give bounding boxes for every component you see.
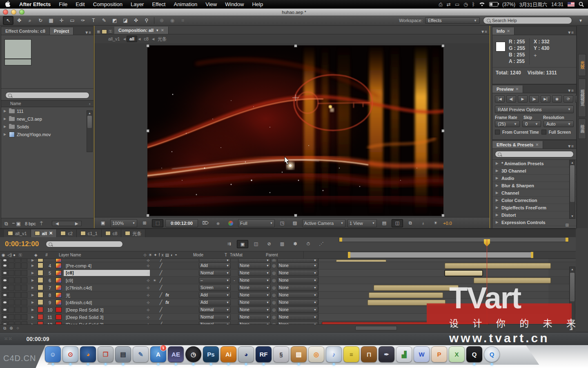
trkmat-dropdown[interactable]: None▼ <box>238 285 271 291</box>
scroll-right-icon[interactable]: ▶ <box>75 221 78 226</box>
timeline-tab[interactable]: 光条 <box>121 229 145 237</box>
dock-icon-quicktime-broadcaster[interactable]: ▤ <box>114 346 132 365</box>
collapse-switch[interactable]: ⊹ <box>147 286 150 290</box>
effects-category[interactable]: ▶ 3D Channel <box>492 167 576 175</box>
menu-animation[interactable]: Animation <box>169 1 201 7</box>
collapse-switch[interactable]: ⊹ <box>147 264 150 268</box>
layer-duration-track[interactable] <box>318 292 548 298</box>
pickwhip-icon[interactable]: ◎ <box>271 285 277 290</box>
twirl-icon[interactable]: ▶ <box>496 198 499 202</box>
project-item[interactable]: ▶ new_C3.aep <box>1 115 94 123</box>
solo-toggle[interactable] <box>15 299 21 305</box>
lock-toggle[interactable] <box>21 259 27 262</box>
video-toggle[interactable] <box>2 292 8 298</box>
project-name-column[interactable]: Name <box>1 101 21 106</box>
horizontal-zoom-scrollbar[interactable] <box>355 326 397 330</box>
previous-frame-button[interactable]: ◀| <box>506 95 516 103</box>
current-time-display[interactable]: 0:00:12:00 <box>5 240 39 248</box>
dock-icon-illustrator[interactable]: Ai <box>220 346 237 365</box>
layer-handle[interactable] <box>294 214 297 217</box>
breadcrumb-item[interactable]: 光条 <box>155 35 169 43</box>
layer-row[interactable]: ▶ 6 [c9] ⊹ ☀ ╱ fx –▼ <box>0 277 576 284</box>
lock-toggle[interactable] <box>21 263 27 269</box>
dock-icon-excel[interactable]: X <box>448 346 466 365</box>
quality-switch[interactable]: ╱ <box>160 307 163 312</box>
parent-dropdown[interactable]: None▼ <box>277 314 318 320</box>
project-item-name[interactable]: ZhongYlogo.mov <box>17 132 51 137</box>
layer-duration-track[interactable] <box>318 314 548 321</box>
tab-info[interactable]: Info✕ <box>492 27 514 35</box>
pin-tool[interactable]: ⚲ <box>142 16 151 25</box>
video-toggle[interactable] <box>2 321 8 324</box>
trkmat-dropdown[interactable]: None▼ <box>238 321 271 324</box>
solo-toggle[interactable] <box>15 263 21 269</box>
import-footage-icon[interactable]: ⧉ <box>4 221 8 227</box>
layer-duration-track[interactable] <box>318 299 548 306</box>
effects-category[interactable]: ▶ Channel <box>492 189 576 197</box>
dock-icon-after-effects[interactable]: AE <box>167 346 185 365</box>
work-area-end-handle[interactable] <box>531 252 533 258</box>
mode-dropdown[interactable]: Normal▼ <box>199 314 231 320</box>
breadcrumb-item[interactable]: all_v1 <box>106 36 122 42</box>
layer-duration-bar[interactable] <box>368 300 445 305</box>
mode-dropdown[interactable]: Add▼ <box>199 299 231 305</box>
brush-tool[interactable]: ✎ <box>99 16 109 25</box>
trash-icon[interactable]: ⍑ <box>40 221 43 227</box>
frame-rate-dropdown[interactable]: (25)▼ <box>495 121 520 127</box>
twirl-icon[interactable]: ▶ <box>4 117 7 121</box>
layer-duration-track[interactable] <box>318 262 548 269</box>
parent-dropdown[interactable]: None▼ <box>277 299 318 305</box>
pickwhip-icon[interactable]: ◎ <box>271 293 277 297</box>
pickwhip-icon[interactable]: ◎ <box>271 315 277 319</box>
quality-switch[interactable]: ╱ <box>160 322 163 324</box>
effects-scrollbar[interactable]: ▲▼ <box>569 160 575 219</box>
label-color-chip[interactable] <box>38 277 43 283</box>
layer-row[interactable]: ▶ 10 [Deep Red Solid 3] ⊹ ☀ ╱ fx <box>0 306 576 314</box>
layer-name[interactable]: [c9] <box>64 278 150 283</box>
work-area-bar[interactable] <box>350 252 532 258</box>
play-button[interactable]: ▶ <box>518 95 528 103</box>
hand-tool[interactable]: ✥ <box>14 16 24 25</box>
layer-switches[interactable]: ⊹ ☀ ╱ fx <box>144 314 199 320</box>
video-toggle[interactable] <box>2 285 8 291</box>
audio-toggle[interactable] <box>8 307 14 313</box>
window-title-bar[interactable]: huhao.aep * <box>0 9 588 16</box>
panel-menu-icon[interactable]: ▼≡ <box>565 30 576 35</box>
tab-effects-presets[interactable]: Effects & Presets✕ <box>492 141 543 148</box>
cs4-workspace-icon[interactable]: ▾ <box>576 16 586 25</box>
parent-dropdown[interactable]: None▼ <box>277 307 318 313</box>
layer-name-column[interactable]: Layer Name <box>51 253 141 257</box>
display-icon[interactable]: ▭ <box>455 2 459 7</box>
trkmat-dropdown[interactable]: None▼ <box>238 263 271 269</box>
menu-composition[interactable]: Composition <box>89 1 127 7</box>
dock-icon-keynote[interactable]: ⊓ <box>360 346 378 365</box>
audio-button[interactable]: ◉ <box>552 95 562 103</box>
view-layout-dropdown[interactable]: 1 View▼ <box>347 219 377 227</box>
dock-icon-powerpoint[interactable]: P <box>430 346 448 365</box>
composition-mini-flowchart-icon[interactable]: ⇉ <box>224 240 234 247</box>
video-toggle[interactable] <box>2 307 8 313</box>
close-tab-icon[interactable]: ✕ <box>161 28 164 32</box>
lock-toggle[interactable] <box>21 270 27 276</box>
project-item[interactable]: ▶ ZhongYlogo.mov <box>1 130 94 138</box>
dock-icon-orange-disc-app[interactable]: ◎ <box>307 346 325 365</box>
layer-handle[interactable] <box>146 44 149 47</box>
sync-icon[interactable]: ⇄ <box>447 2 451 7</box>
label-column-icon[interactable]: ◈ <box>34 253 42 257</box>
label-color-chip[interactable] <box>38 270 43 276</box>
quality-switch[interactable]: ╱ <box>160 270 163 276</box>
frame-blend-toggle-icon[interactable]: ⧉ <box>3 326 6 331</box>
label-color-chip[interactable] <box>38 321 43 325</box>
preview-favor-icon[interactable]: ◫ <box>392 219 403 227</box>
flowchart-icon[interactable]: ♁ <box>88 102 94 106</box>
audio-toggle[interactable] <box>8 259 14 262</box>
layer-switches[interactable]: ⊹ ☀ ╱ fx <box>144 270 199 276</box>
motion-blur-toggle-icon[interactable]: ⊛ <box>9 326 13 330</box>
dock-icon-word[interactable]: W <box>413 346 430 365</box>
mode-dropdown[interactable]: ▼ <box>199 259 231 262</box>
layer-switches[interactable]: ⊹ ☀ ╱ fx <box>144 322 199 324</box>
solo-toggle[interactable] <box>15 259 21 262</box>
layer-name[interactable]: [c7finish.c4d] <box>64 285 150 290</box>
frame-blending-icon[interactable]: ▥ <box>277 240 287 247</box>
layer-row[interactable]: ▶ ⊹ ☀ ╱ fx ▼ <box>0 259 576 262</box>
